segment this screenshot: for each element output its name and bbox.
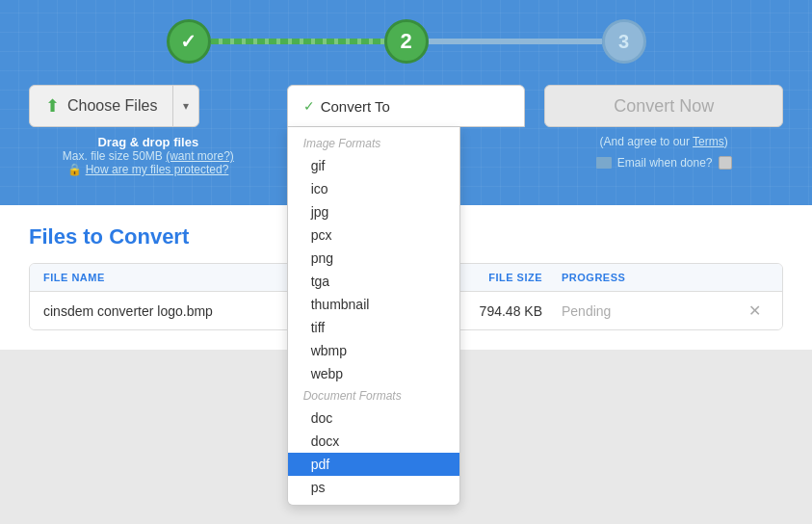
email-checkbox[interactable] xyxy=(719,156,732,170)
document-formats-category: Document Formats xyxy=(288,385,459,406)
choose-files-label: Choose Files xyxy=(67,97,157,115)
terms-prefix: (And agree to our xyxy=(600,135,694,148)
step-line-1 xyxy=(211,39,384,44)
step-3-label: 3 xyxy=(618,31,629,53)
col-progress-header: PROGRESS xyxy=(542,272,740,283)
drag-drop-text: Drag & drop files xyxy=(29,135,268,149)
protection-info: 🔒 How are my files protected? xyxy=(29,163,268,176)
stepper: ✓ 2 3 xyxy=(29,19,783,64)
format-dropdown-menu: Image Formats gif ico jpg pcx png tga th… xyxy=(287,127,460,506)
format-pcx[interactable]: pcx xyxy=(288,223,459,247)
format-ps[interactable]: ps xyxy=(288,476,459,499)
file-info: Drag & drop files Max. file size 50MB (w… xyxy=(29,135,268,176)
right-controls: Convert Now (And agree to our Terms) Ema… xyxy=(544,85,783,170)
upload-icon: ⬆ xyxy=(45,95,60,117)
format-doc[interactable]: doc xyxy=(288,406,459,430)
max-size-label: Max. file size 50MB xyxy=(63,149,166,163)
step-2-label: 2 xyxy=(400,29,411,54)
max-size-text: Max. file size 50MB (want more?) xyxy=(29,149,268,163)
format-jpg[interactable]: jpg xyxy=(288,200,459,223)
image-formats-category: Image Formats xyxy=(288,133,459,154)
format-tga[interactable]: tga xyxy=(288,270,459,293)
terms-suffix: ) xyxy=(724,135,728,148)
email-row: Email when done? xyxy=(596,156,732,170)
remove-file-button[interactable]: ✕ xyxy=(740,301,769,320)
step-line-2 xyxy=(429,39,602,44)
convert-now-button[interactable]: Convert Now xyxy=(544,85,783,127)
convert-to-button[interactable]: ✓ Convert To xyxy=(287,85,526,127)
choose-files-dropdown-arrow[interactable]: ▾ xyxy=(172,86,198,126)
format-wbmp[interactable]: wbmp xyxy=(288,339,459,362)
format-pdf[interactable]: pdf xyxy=(288,453,459,476)
arrow-icon: ▾ xyxy=(183,99,189,113)
top-section: ✓ 2 3 ⬆ Choose Files ▾ Drag & drop fi xyxy=(0,0,812,205)
email-label: Email when done? xyxy=(617,156,713,170)
checkmark-icon: ✓ xyxy=(303,98,315,114)
format-png[interactable]: png xyxy=(288,247,459,270)
step-2-circle: 2 xyxy=(384,19,429,64)
step-1-label: ✓ xyxy=(180,30,196,53)
left-controls: ⬆ Choose Files ▾ Drag & drop files Max. … xyxy=(29,85,268,176)
format-ico[interactable]: ico xyxy=(288,177,459,200)
convert-to-label: Convert To xyxy=(321,98,390,115)
terms-link[interactable]: Terms xyxy=(693,135,724,148)
controls-row: ⬆ Choose Files ▾ Drag & drop files Max. … xyxy=(29,85,783,176)
format-thumbnail[interactable]: thumbnail xyxy=(288,293,459,316)
convert-to-controls: ✓ Convert To Image Formats gif ico jpg p… xyxy=(287,85,526,127)
terms-text: (And agree to our Terms) xyxy=(600,135,728,148)
step-1-circle: ✓ xyxy=(167,19,211,64)
choose-files-main: ⬆ Choose Files xyxy=(30,86,172,126)
col-action-header xyxy=(740,272,769,283)
files-title-static: Files to xyxy=(29,224,109,249)
email-icon xyxy=(596,157,612,169)
protected-link[interactable]: How are my files protected? xyxy=(86,163,229,176)
format-gif[interactable]: gif xyxy=(288,154,459,177)
format-tiff[interactable]: tiff xyxy=(288,316,459,339)
format-webp[interactable]: webp xyxy=(288,362,459,385)
cell-progress: Pending xyxy=(542,303,740,319)
want-more-link[interactable]: (want more?) xyxy=(166,149,234,163)
step-3-circle: 3 xyxy=(602,19,646,64)
format-docx[interactable]: docx xyxy=(288,430,459,453)
choose-files-button[interactable]: ⬆ Choose Files ▾ xyxy=(29,85,199,127)
files-title-colored: Convert xyxy=(109,224,189,249)
lock-icon: 🔒 xyxy=(67,163,82,176)
